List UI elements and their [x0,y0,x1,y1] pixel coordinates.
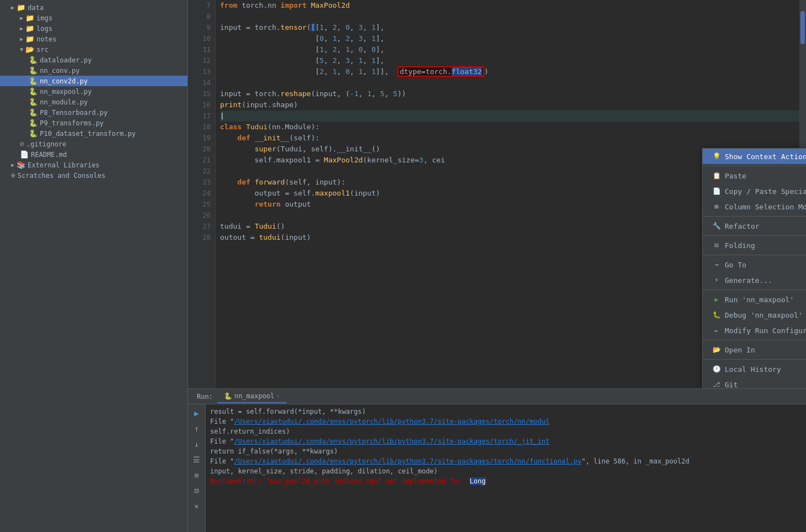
editor-area: 7 8 9 10 11 12 13 14 15 16 17 18 19 20 2… [188,0,806,532]
menu-item-goto[interactable]: → Go To ▶ [703,257,806,272]
modify-icon: ✏ [711,325,721,335]
py-icon-nn-module: 🐍 [29,98,38,106]
folder-icon-logs: 📁 [25,24,34,33]
line-num-23: 23 [188,177,211,188]
code-line-7: from torch.nn import MaxPool2d [220,0,799,11]
sidebar-item-imgs[interactable]: ▶ 📁 imgs [0,13,187,23]
menu-label-run: Run 'nn_maxpool' [725,296,794,304]
menu-item-run[interactable]: ▶ Run 'nn_maxpool' ^⇧R [703,292,806,307]
line-num-11: 11 [188,44,211,55]
menu-item-paste[interactable]: 📋 Paste ⌘V [703,168,806,183]
main-area: ▶ 📁 data ▶ 📁 imgs ▶ 📁 logs ▶ 📁 notes ▼ 📂… [0,0,806,532]
folder-icon-imgs: 📁 [25,14,34,22]
sidebar-label-p8: P8_Tensorboard.py [40,109,108,117]
tab-close-btn[interactable]: ✕ [276,393,280,399]
menu-item-folding[interactable]: ⊟ Folding ▶ [703,238,806,253]
sidebar-label-nn-conv2d: nn_conv2d.py [40,77,88,85]
sidebar-item-scratches[interactable]: ⊕ Scratches and Consoles [0,170,187,181]
separator-5 [703,340,806,340]
sidebar-item-nn-conv[interactable]: 🐍 nn_conv.py [0,65,187,76]
sidebar-label-gitignore: .gitignore [27,140,66,148]
separator-4 [703,289,806,290]
folder-icon-data: 📁 [17,3,25,12]
code-line-13: [2, 1, 0, 1, 1]], dtype=torch.float32) [220,66,799,77]
sidebar-item-notes[interactable]: ▶ 📁 notes [0,34,187,44]
line-num-17: 17 [188,110,211,122]
menu-item-open-in[interactable]: 📂 Open In ▶ [703,342,806,357]
line-num-8: 8 [188,11,211,22]
sidebar-item-readme[interactable]: 📄 README.md [0,149,187,160]
line-num-19: 19 [188,133,211,144]
toolbar-filter-btn[interactable]: ☰ [190,453,203,466]
bulb-icon: 💡 [711,151,721,161]
scroll-thumb [800,11,805,44]
sidebar-item-nn-maxpool[interactable]: 🐍 nn_maxpool.py [0,86,187,97]
menu-item-copy-paste-special[interactable]: 📄 Copy / Paste Special ▶ [703,183,806,199]
sidebar-label-p10: P10_dataset_transform.py [40,130,135,138]
console-line-7: input, kernel_size, stride, padding, dil… [210,466,802,476]
console-link-1[interactable]: /Users/xiaotudui/.conda/envs/pytorch/lib… [234,418,549,425]
menu-item-generate[interactable]: ⚡ Generate... ⌘N [703,272,806,288]
copy-icon: 📄 [711,186,721,196]
column-icon: ⊞ [711,202,721,212]
sidebar-item-src[interactable]: ▼ 📂 src [0,44,187,55]
sidebar-item-data[interactable]: ▶ 📁 data [0,2,187,13]
scratches-icon: ⊕ [11,171,15,180]
toolbar-collapse-btn[interactable]: ⊟ [190,484,203,497]
line-num-15: 15 [188,88,211,99]
py-icon-p9: 🐍 [29,119,38,127]
menu-item-show-context[interactable]: 💡 Show Context Actions ⌥⏎ [703,149,806,164]
open-in-icon: 📂 [711,345,721,355]
sidebar-item-nn-module[interactable]: 🐍 nn_module.py [0,97,187,107]
tab-nn-maxpool[interactable]: 🐍 nn_maxpool ✕ [217,390,286,403]
sidebar-item-p9[interactable]: 🐍 P9_transforms.py [0,118,187,128]
line-num-7: 7 [188,0,211,11]
py-icon-nn-maxpool: 🐍 [29,87,38,96]
menu-label-git: Git [725,381,737,389]
line-num-18: 18 [188,122,211,133]
code-line-9: input = torch.tensor([[1, 2, 0, 3, 1], [220,22,799,33]
toolbar-filter2-btn[interactable]: ≡ [190,468,203,482]
menu-label-goto: Go To [725,261,746,269]
menu-label-generate: Generate... [725,276,772,285]
toolbar-close-btn[interactable]: ✕ [190,499,203,513]
menu-label-local-history: Local History [725,365,781,373]
console-line-5: return if_false(*args, **kwargs) [210,446,802,456]
gitignore-icon: ⊘ [20,140,24,148]
py-icon-p10: 🐍 [29,129,38,138]
separator-2 [703,235,806,236]
sidebar-label-notes: notes [36,35,56,43]
sidebar-label-nn-module: nn_module.py [40,98,88,106]
sidebar-item-p10[interactable]: 🐍 P10_dataset_transform.py [0,128,187,139]
folder-icon-src: 📂 [25,45,34,54]
toolbar-up-btn[interactable]: ↑ [190,422,203,435]
sidebar-item-nn-conv2d[interactable]: 🐍 nn_conv2d.py [0,76,187,86]
sidebar-label-data: data [28,4,44,12]
sidebar-label-scratches: Scratches and Consoles [18,172,106,180]
toolbar-down-btn[interactable]: ↓ [190,438,203,451]
menu-item-refactor[interactable]: 🔧 Refactor ▶ [703,218,806,234]
code-line-17: | [220,110,799,122]
refactor-icon: 🔧 [711,221,721,231]
menu-item-local-history[interactable]: 🕐 Local History ▶ [703,361,806,377]
menu-item-git[interactable]: ⎇ Git ▶ [703,377,806,388]
menu-item-column-selection[interactable]: ⊞ Column Selection Mode ⇧⌘8 [703,199,806,214]
sidebar-item-external-libraries[interactable]: ▶ 📚 External Libraries [0,160,187,170]
expand-arrow-logs: ▶ [20,25,23,31]
sidebar: ▶ 📁 data ▶ 📁 imgs ▶ 📁 logs ▶ 📁 notes ▼ 📂… [0,0,188,532]
menu-item-modify-run[interactable]: ✏ Modify Run Configuration... [703,323,806,338]
console-link-2[interactable]: /Users/xiaotudui/.conda/envs/pytorch/lib… [234,438,549,445]
expand-arrow-external: ▶ [11,162,14,168]
folder-icon-notes: 📁 [25,35,34,43]
sidebar-item-gitignore[interactable]: ⊘ .gitignore [0,139,187,149]
sidebar-item-p8[interactable]: 🐍 P8_Tensorboard.py [0,107,187,118]
menu-item-debug[interactable]: 🐛 Debug 'nn_maxpool' ^⇧D [703,307,806,323]
toolbar-run-btn[interactable]: ▶ [190,407,203,420]
sidebar-item-logs[interactable]: ▶ 📁 logs [0,23,187,34]
console-link-3[interactable]: /Users/xiaotudui/.conda/envs/pytorch/lib… [234,457,582,465]
goto-icon: → [711,260,721,270]
code-line-12: [5, 2, 3, 1, 1], [220,55,799,66]
menu-label-folding: Folding [725,241,755,250]
tab-py-icon: 🐍 [224,392,232,400]
sidebar-item-dataloader[interactable]: 🐍 dataloader.py [0,55,187,65]
